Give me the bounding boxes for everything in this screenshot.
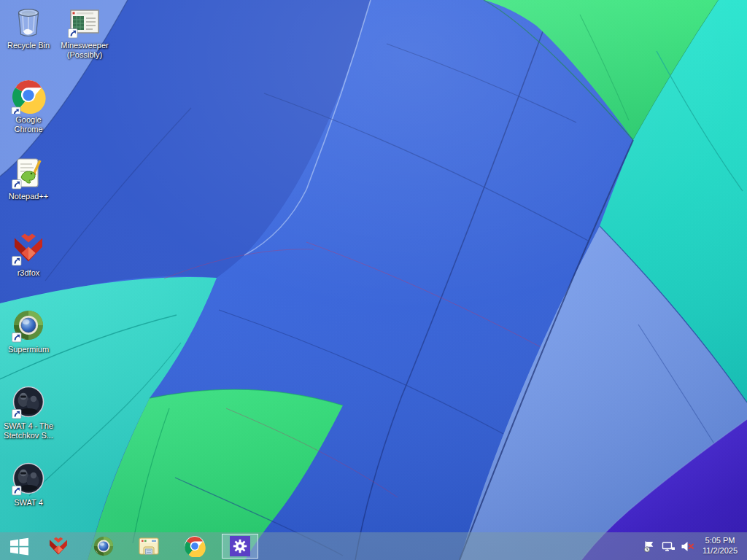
- start-button[interactable]: [4, 533, 34, 559]
- tray-time: 5:05 PM: [696, 535, 744, 545]
- wallpaper-balloon-photo: [0, 0, 747, 560]
- notepad-plus-plus-icon: [11, 155, 46, 190]
- swat4-stetchkov-icon: [11, 385, 46, 420]
- supermium-icon: [11, 308, 46, 343]
- desktop-icon-label: r3dfox: [1, 268, 56, 278]
- desktop-icon-notepad-plus-plus[interactable]: Notepad++: [1, 155, 56, 201]
- desktop-icon-label: Supermium: [1, 345, 56, 354]
- taskbar-clock[interactable]: 5:05 PM 11/2/2025: [696, 535, 744, 556]
- tray-date: 11/2/2025: [696, 545, 744, 556]
- taskbar-button-r3dfox[interactable]: [45, 533, 71, 559]
- desktop-icon-swat4-stetchkov[interactable]: SWAT 4 - The Stetchkov S...: [1, 385, 56, 440]
- desktop-icon-label: Recycle Bin: [1, 41, 56, 50]
- desktop-icon-google-chrome[interactable]: Google Chrome: [1, 79, 56, 133]
- desktop-icon-label: Notepad++: [1, 192, 56, 201]
- desktop-icon-label: Google Chrome: [1, 115, 56, 133]
- network-icon[interactable]: [662, 540, 676, 553]
- taskbar-button-settings-active[interactable]: [222, 534, 258, 559]
- desktop-icon-minesweeper[interactable]: Minesweeper (Possibly): [57, 4, 112, 59]
- desktop-icon-label: Minesweeper (Possibly): [57, 41, 112, 59]
- recycle-bin-icon: [11, 4, 46, 39]
- chrome-icon: [11, 79, 46, 114]
- swat4-icon: [11, 462, 46, 497]
- minesweeper-icon: [67, 4, 102, 39]
- file-explorer-icon: [138, 535, 160, 557]
- desktop-icon-r3dfox[interactable]: r3dfox: [1, 232, 56, 278]
- gear-icon: [232, 538, 248, 554]
- desktop-icon-supermium[interactable]: Supermium: [1, 308, 56, 354]
- desktop: Recycle Bin Minesweeper (Possibly): [0, 0, 747, 560]
- r3dfox-icon: [47, 535, 69, 557]
- taskbar-button-supermium[interactable]: [90, 533, 117, 559]
- chrome-icon: [184, 535, 206, 557]
- desktop-icon-label: SWAT 4: [1, 498, 56, 508]
- desktop-icon-recycle-bin[interactable]: Recycle Bin: [1, 4, 56, 50]
- desktop-icon-swat4[interactable]: SWAT 4: [1, 462, 56, 508]
- settings-tile: [230, 536, 250, 556]
- taskbar: 5:05 PM 11/2/2025: [0, 532, 747, 560]
- r3dfox-icon: [11, 232, 46, 267]
- action-center-flag-icon[interactable]: [643, 540, 657, 553]
- desktop-icon-label: SWAT 4 - The Stetchkov S...: [1, 421, 56, 440]
- windows-logo-icon: [9, 537, 29, 556]
- system-tray: [643, 532, 694, 560]
- volume-muted-icon[interactable]: [681, 540, 694, 553]
- supermium-icon: [93, 535, 115, 557]
- taskbar-button-chrome[interactable]: [182, 533, 208, 559]
- taskbar-button-file-explorer[interactable]: [136, 533, 162, 559]
